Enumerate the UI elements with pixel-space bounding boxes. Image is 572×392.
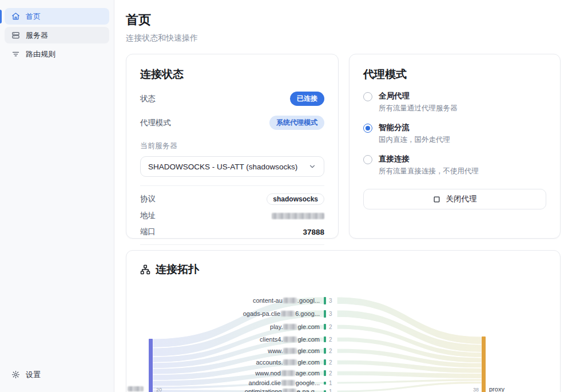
sankey-row-label: play.gle.com2 (126, 322, 337, 331)
option-desc: 国内直连，国外走代理 (379, 135, 450, 145)
sidebar-item-label: 设置 (26, 370, 41, 380)
sankey-row-label: www.gle.com2 (126, 346, 337, 355)
status-label: 状态 (140, 94, 156, 104)
node-mini-bar (324, 336, 326, 342)
address-label: 地址 (140, 211, 156, 221)
domain-suffix: .googl... (297, 297, 320, 304)
close-proxy-button[interactable]: 关闭代理 (363, 189, 546, 209)
domain-prefix: ogads-pa.clie (243, 310, 280, 317)
sankey-row-label: android.cliegoogle...1 (126, 378, 337, 387)
source-label-redacted (128, 386, 144, 391)
domain-suffix: gle.com (297, 359, 320, 366)
chevron-down-icon (308, 163, 316, 171)
connection-card-title: 连接状态 (140, 67, 324, 82)
server-select[interactable]: SHADOWSOCKS - US-ATT (shadowsocks) (140, 156, 324, 177)
connection-status-card: 连接状态 状态 已连接 代理模式 系统代理模式 当前服务器 SHADOWSOCK… (126, 54, 339, 239)
domain-redacted (281, 311, 295, 316)
option-label: 直接连接 (379, 154, 479, 164)
status-badge: 已连接 (290, 92, 324, 106)
node-mini-bar (324, 382, 326, 385)
domain-prefix: accounts. (256, 359, 283, 366)
sankey-row-label: clients4.gle.com2 (126, 335, 337, 344)
radio-icon[interactable] (363, 155, 372, 164)
gear-icon (11, 370, 20, 379)
close-proxy-label: 关闭代理 (446, 194, 477, 204)
node-mini-bar (324, 370, 326, 376)
domain-redacted (283, 359, 297, 365)
cards-row: 连接状态 状态 已连接 代理模式 系统代理模式 当前服务器 SHADOWSOCK… (126, 54, 561, 239)
proxy-mode-badge: 系统代理模式 (269, 116, 324, 130)
sankey-chart: content-au.googl...3ogads-pa.clie6.goog.… (126, 251, 561, 392)
option-label: 全局代理 (379, 91, 458, 101)
option-desc: 所有流量通过代理服务器 (379, 104, 458, 113)
domain-redacted (281, 370, 295, 376)
sidebar-item-servers[interactable]: 服务器 (5, 27, 109, 43)
connection-count: 2 (329, 359, 337, 366)
radio-icon[interactable] (363, 92, 372, 101)
domain-redacted (283, 348, 297, 354)
sidebar-item-routes[interactable]: 路由规则 (5, 46, 109, 62)
domain-redacted (281, 380, 295, 386)
option-label: 智能分流 (379, 122, 450, 133)
domain-redacted (283, 324, 297, 330)
proxy-option-smart[interactable]: 智能分流 国内直连，国外走代理 (363, 122, 546, 145)
domain-redacted (283, 389, 296, 392)
page-title: 首页 (126, 11, 561, 29)
sankey-row-label: content-au.googl...3 (126, 296, 337, 305)
proxy-mode-card-title: 代理模式 (363, 67, 546, 82)
server-select-value: SHADOWSOCKS - US-ATT (shadowsocks) (148, 163, 297, 171)
protocol-value: shadowsocks (267, 193, 324, 205)
domain-suffix: gle.com (297, 336, 320, 343)
connection-count: 3 (329, 298, 337, 304)
port-row: 端口 37888 (140, 227, 324, 237)
sidebar-item-label: 路由规则 (26, 49, 55, 60)
sidebar-item-label: 首页 (26, 11, 41, 22)
domain-prefix: www.nod (255, 370, 281, 377)
main-content: 首页 连接状态和快速操作 连接状态 状态 已连接 代理模式 系统代理模式 当前服… (114, 0, 572, 392)
domain-suffix: e-pa.g... (297, 388, 320, 392)
proxy-mode-card: 代理模式 全局代理 所有流量通过代理服务器 智能分流 国内直连，国外走代理 (349, 54, 561, 239)
node-mini-bar (324, 310, 326, 318)
connection-count: 1 (329, 389, 337, 392)
proxy-option-direct[interactable]: 直接连接 所有流量直接连接，不使用代理 (363, 154, 546, 176)
address-value-redacted (272, 213, 324, 219)
port-value: 37888 (303, 228, 324, 236)
node-mini-bar (324, 297, 326, 304)
node-mini-bar (324, 359, 326, 365)
page-subtitle: 连接状态和快速操作 (126, 33, 561, 43)
domain-suffix: gle.com (297, 323, 320, 330)
address-row: 地址 (140, 211, 324, 221)
domain-suffix: gle.com (297, 347, 320, 354)
source-node-value: 20 (156, 387, 162, 392)
target-node-label: proxy (489, 386, 505, 392)
radio-icon-checked[interactable] (363, 124, 372, 133)
port-label: 端口 (140, 227, 156, 237)
domain-prefix: optimizationg (245, 388, 282, 392)
target-node-value: 38 (464, 387, 479, 392)
connection-count: 2 (329, 348, 337, 354)
current-server-label: 当前服务器 (140, 141, 324, 151)
sidebar-item-label: 服务器 (26, 30, 48, 41)
topology-card: 连接拓扑 content-au.googl...3ogads-pa.clie6.… (126, 250, 561, 392)
sankey-row-label: www.nodage.com2 (126, 369, 337, 378)
sankey-target-node (482, 336, 486, 392)
protocol-label: 协议 (140, 194, 156, 204)
sankey-row-label: ogads-pa.clie6.goog...3 (126, 309, 337, 318)
sidebar-item-home[interactable]: 首页 (5, 8, 109, 25)
domain-suffix: google... (296, 379, 320, 386)
option-desc: 所有流量直接连接，不使用代理 (379, 167, 479, 176)
connection-count: 2 (329, 370, 337, 377)
node-mini-bar (324, 324, 326, 330)
server-icon (11, 31, 20, 39)
sankey-row-label: accounts.gle.com2 (126, 358, 337, 367)
server-info-rows: 协议 shadowsocks 地址 端口 37888 (140, 185, 324, 237)
domain-redacted (283, 298, 297, 303)
domain-prefix: www. (268, 347, 283, 354)
proxy-option-global[interactable]: 全局代理 所有流量通过代理服务器 (363, 91, 546, 113)
domain-suffix: 6.goog... (295, 310, 320, 317)
connection-count: 2 (329, 324, 337, 330)
proxy-mode-row: 代理模式 系统代理模式 (140, 116, 324, 130)
sidebar-item-settings[interactable]: 设置 (5, 366, 109, 383)
app-window: 首页 服务器 路由规则 设置 首页 连接状态和快速操作 连接状 (0, 0, 572, 392)
domain-suffix: age.com (296, 370, 320, 377)
